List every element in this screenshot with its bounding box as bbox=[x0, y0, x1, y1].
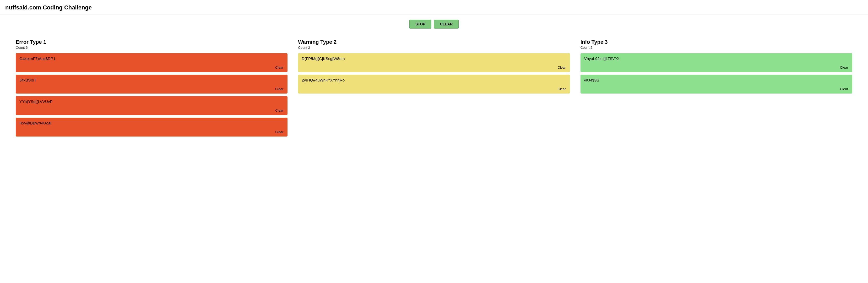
app-header: nuffsaid.com Coding Challenge bbox=[0, 0, 868, 14]
column-error: Error Type 1Count 6G4xejmF7)Auz$RP1Clear… bbox=[10, 39, 293, 139]
column-warning: Warning Type 2Count 2D(FP!M(](C]KScg[W8d… bbox=[293, 39, 575, 96]
card-i1: VhyaL92zc[]LT$V^2Clear bbox=[581, 53, 852, 72]
card-text-w2: 2yrHQ#4uWnK^XYnrjRo bbox=[302, 78, 566, 82]
card-text-i2: @J4$9S bbox=[584, 78, 848, 82]
card-clear-button-w2[interactable]: Clear bbox=[557, 87, 567, 91]
stop-button[interactable]: STOP bbox=[409, 20, 431, 29]
card-i2: @J4$9SClear bbox=[581, 75, 852, 94]
card-clear-button-w1[interactable]: Clear bbox=[557, 65, 567, 70]
card-text-e1: G4xejmF7)Auz$RP1 bbox=[20, 56, 284, 61]
clear-all-button[interactable]: CLEAR bbox=[434, 20, 459, 29]
card-text-e2: J4xBSIoT bbox=[20, 78, 284, 82]
column-count-warning: Count 2 bbox=[298, 45, 570, 50]
card-clear-button-e3[interactable]: Clear bbox=[274, 108, 284, 113]
card-clear-button-e1[interactable]: Clear bbox=[274, 65, 284, 70]
column-count-info: Count 2 bbox=[581, 45, 852, 50]
card-text-e4: Hxv@BBw%KA5tI bbox=[20, 121, 284, 125]
card-clear-button-e4[interactable]: Clear bbox=[274, 129, 284, 134]
card-text-e3: YYh)YSq[(LVVUvP bbox=[20, 99, 284, 104]
card-text-i1: VhyaL92zc[]LT$V^2 bbox=[584, 56, 848, 61]
card-clear-button-i1[interactable]: Clear bbox=[839, 65, 849, 70]
column-title-info: Info Type 3 bbox=[581, 39, 852, 45]
column-info: Info Type 3Count 2VhyaL92zc[]LT$V^2Clear… bbox=[575, 39, 858, 96]
card-e4: Hxv@BBw%KA5tIClear bbox=[16, 118, 287, 136]
columns-container: Error Type 1Count 6G4xejmF7)Auz$RP1Clear… bbox=[0, 31, 868, 145]
card-e2: J4xBSIoTClear bbox=[16, 75, 287, 94]
toolbar: STOP CLEAR bbox=[0, 14, 868, 31]
card-e1: G4xejmF7)Auz$RP1Clear bbox=[16, 53, 287, 72]
card-w1: D(FP!M(](C]KScg[W8dmClear bbox=[298, 53, 570, 72]
column-count-error: Count 6 bbox=[16, 45, 287, 50]
column-title-error: Error Type 1 bbox=[16, 39, 287, 45]
card-clear-button-e2[interactable]: Clear bbox=[274, 87, 284, 91]
card-e3: YYh)YSq[(LVVUvPClear bbox=[16, 96, 287, 115]
column-title-warning: Warning Type 2 bbox=[298, 39, 570, 45]
card-clear-button-i2[interactable]: Clear bbox=[839, 87, 849, 91]
app-title: nuffsaid.com Coding Challenge bbox=[5, 4, 863, 11]
card-text-w1: D(FP!M(](C]KScg[W8dm bbox=[302, 56, 566, 61]
card-w2: 2yrHQ#4uWnK^XYnrjRoClear bbox=[298, 75, 570, 94]
